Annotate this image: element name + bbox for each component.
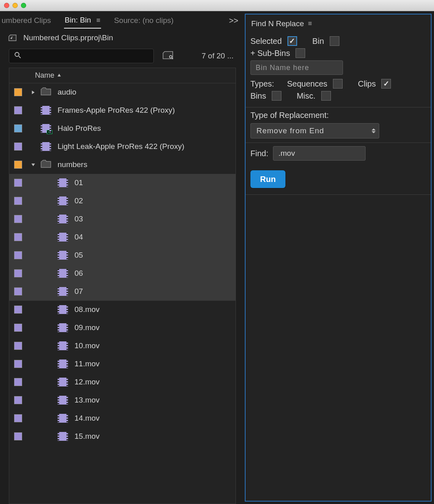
types-sequences-checkbox[interactable] (333, 79, 343, 89)
table-row[interactable]: 03 (9, 210, 236, 228)
chevron-updown-icon (372, 128, 376, 133)
panel-menu-icon[interactable]: ≡ (308, 20, 312, 28)
table-row[interactable]: Light Leak-Apple ProRes 422 (Proxy) (9, 138, 236, 156)
panel-title: Find N Replace (251, 19, 304, 28)
table-row[interactable]: Frames-Apple ProRes 422 (Proxy) (9, 101, 236, 120)
item-name: Frames-Apple ProRes 422 (Proxy) (58, 106, 231, 115)
zoom-icon[interactable] (21, 3, 26, 8)
panel-menu-icon[interactable]: ≡ (96, 17, 100, 24)
label-color-swatch[interactable] (14, 396, 22, 404)
scope-selected-checkbox[interactable] (287, 36, 297, 46)
close-icon[interactable] (4, 3, 9, 8)
label-color-swatch[interactable] (14, 414, 22, 422)
replacement-type-label: Type of Replacement: (250, 111, 426, 120)
table-row[interactable]: 15.mov (9, 428, 236, 446)
table-row[interactable]: 12.mov (9, 373, 236, 391)
label-color-swatch[interactable] (14, 378, 22, 386)
clip-icon (57, 396, 69, 405)
tabs-overflow-icon[interactable]: >> (226, 14, 242, 27)
tab-source[interactable]: Source: (no clips) (113, 13, 174, 28)
item-name: 06 (74, 269, 231, 278)
table-row[interactable]: 09.mov (9, 319, 236, 337)
tab-bin-bin[interactable]: Bin: Bin ≡ (64, 12, 101, 29)
project-table: Name audioFrames-Apple ProRes 422 (Proxy… (9, 68, 236, 504)
bin-name-input[interactable] (250, 60, 343, 75)
types-bins-label: Bins (250, 91, 266, 101)
table-header[interactable]: Name (9, 68, 236, 83)
minimize-icon[interactable] (12, 3, 18, 8)
label-color-swatch[interactable] (14, 161, 22, 169)
scope-selected-label: Selected (250, 37, 282, 46)
label-color-swatch[interactable] (14, 124, 22, 132)
label-color-swatch[interactable] (14, 143, 22, 151)
navigate-up-icon[interactable] (8, 34, 17, 41)
item-name: 09.mov (74, 323, 231, 332)
types-misc-checkbox[interactable] (321, 91, 331, 101)
column-name-label[interactable]: Name (35, 71, 54, 80)
clip-icon (57, 287, 69, 296)
replacement-type-value: Remove from End (256, 126, 324, 135)
label-color-swatch[interactable] (14, 233, 22, 241)
label-color-swatch[interactable] (14, 432, 22, 440)
svg-line-1 (19, 56, 21, 58)
table-row[interactable]: 10.mov (9, 337, 236, 355)
clip-icon (57, 251, 69, 260)
sort-asc-icon (57, 71, 62, 80)
label-color-swatch[interactable] (14, 342, 22, 350)
label-color-swatch[interactable] (14, 269, 22, 277)
search-input-wrap[interactable] (9, 49, 154, 63)
chevron-right-icon[interactable] (29, 90, 37, 95)
item-name: 15.mov (74, 432, 231, 441)
label-color-swatch[interactable] (14, 215, 22, 223)
types-sequences-label: Sequences (287, 79, 327, 89)
label-color-swatch[interactable] (14, 306, 22, 314)
label-color-swatch[interactable] (14, 106, 22, 114)
table-row[interactable]: 08.mov (9, 301, 236, 319)
replacement-type-select[interactable]: Remove from End (250, 123, 379, 138)
item-count: 7 of 20 ... (202, 52, 234, 60)
item-name: audio (58, 88, 231, 97)
search-input[interactable] (25, 52, 149, 60)
item-name: 07 (74, 287, 231, 296)
label-color-swatch[interactable] (14, 88, 22, 96)
table-row[interactable]: 14.mov (9, 409, 236, 428)
item-name: 02 (74, 196, 231, 205)
clip-icon (57, 196, 69, 205)
scope-subbins-checkbox[interactable] (296, 48, 305, 58)
clip-icon (57, 178, 69, 187)
label-color-swatch[interactable] (14, 179, 22, 187)
clip-icon (40, 142, 52, 151)
table-row[interactable]: 04 (9, 228, 236, 246)
run-button[interactable]: Run (250, 170, 285, 188)
new-bin-icon[interactable] (163, 51, 173, 61)
table-row[interactable]: 07 (9, 283, 236, 301)
label-color-swatch[interactable] (14, 287, 22, 295)
table-row[interactable]: 11.mov (9, 355, 236, 373)
table-row[interactable]: 13.mov (9, 391, 236, 409)
types-label: Types: (250, 79, 274, 89)
types-bins-checkbox[interactable] (272, 91, 281, 101)
find-input[interactable] (273, 146, 366, 161)
table-row[interactable]: 06 (9, 264, 236, 283)
label-color-swatch[interactable] (14, 197, 22, 205)
table-row[interactable]: 05 (9, 246, 236, 264)
table-row[interactable]: audio (9, 83, 236, 101)
clip-icon (57, 359, 69, 368)
label-color-swatch[interactable] (14, 324, 22, 332)
find-n-replace-panel: Find N Replace ≡ Selected Bin + Sub-Bins (245, 14, 432, 502)
scope-bin-checkbox[interactable] (330, 36, 339, 46)
label-color-swatch[interactable] (14, 251, 22, 259)
table-row[interactable]: 01 (9, 174, 236, 192)
types-clips-checkbox[interactable] (381, 79, 391, 89)
table-row[interactable]: Halo ProRes (9, 120, 236, 138)
tab-numbered-clips[interactable]: umbered Clips (1, 13, 52, 28)
label-color-swatch[interactable] (14, 360, 22, 368)
table-row[interactable]: numbers (9, 156, 236, 174)
clip-icon (57, 378, 69, 386)
table-body: audioFrames-Apple ProRes 422 (Proxy)Halo… (9, 83, 236, 504)
item-name: 13.mov (74, 396, 231, 405)
chevron-down-icon[interactable] (29, 163, 37, 167)
clip-icon (57, 414, 69, 423)
clip-icon (57, 341, 69, 350)
table-row[interactable]: 02 (9, 192, 236, 210)
